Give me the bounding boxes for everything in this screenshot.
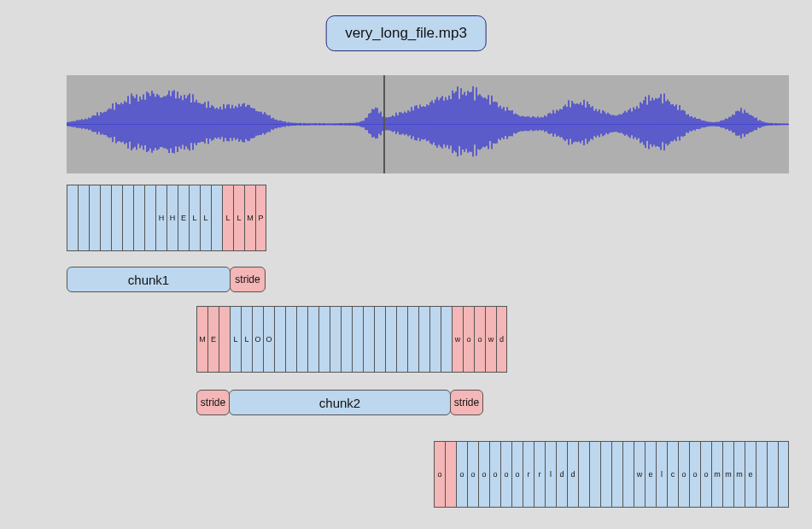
stride-label: stride [196, 390, 230, 415]
token-cell: o [511, 441, 523, 508]
token-cell [418, 306, 429, 373]
token-cell: L [222, 185, 233, 251]
token-cell: L [189, 185, 200, 251]
token-cell [363, 306, 374, 373]
token-cell [396, 306, 407, 373]
token-cell [600, 441, 611, 508]
token-cell: e [645, 441, 656, 508]
token-cell [778, 441, 789, 508]
token-cell: m [711, 441, 722, 508]
chunk2-label: chunk2 [229, 390, 451, 415]
token-cell [318, 306, 330, 373]
waveform-track [67, 75, 789, 173]
token-cell: o [467, 441, 478, 508]
token-cell [578, 441, 589, 508]
waveform-divider [383, 75, 385, 173]
waveform-svg [67, 75, 789, 173]
chunk1-token-row: HHELLLLMP [67, 185, 266, 251]
token-cell [611, 441, 622, 508]
token-cell: e [745, 441, 756, 508]
token-cell: w [452, 306, 463, 373]
token-cell: L [200, 185, 211, 251]
token-cell [445, 441, 456, 508]
token-cell [341, 306, 352, 373]
token-cell: d [556, 441, 567, 508]
token-cell [78, 185, 89, 251]
token-cell: L [241, 306, 252, 373]
token-cell [219, 306, 230, 373]
token-cell: r [534, 441, 545, 508]
token-cell: o [678, 441, 689, 508]
token-cell [100, 185, 111, 251]
token-cell: o [700, 441, 711, 508]
token-cell [756, 441, 767, 508]
token-cell: L [230, 306, 241, 373]
token-cell: E [178, 185, 189, 251]
token-cell: H [155, 185, 166, 251]
token-cell [441, 306, 452, 373]
stride-label: stride [230, 267, 266, 292]
token-cell: w [634, 441, 645, 508]
token-cell [385, 306, 396, 373]
token-cell [429, 306, 441, 373]
token-cell: M [196, 306, 207, 373]
token-cell [374, 306, 385, 373]
token-cell [285, 306, 296, 373]
token-cell [352, 306, 363, 373]
token-cell [622, 441, 634, 508]
token-cell: m [733, 441, 745, 508]
chunk2-token-row: MELLOOwoowd [196, 306, 507, 373]
token-cell: w [485, 306, 496, 373]
token-cell [274, 306, 285, 373]
file-name-badge: very_long_file.mp3 [325, 15, 487, 51]
token-cell [407, 306, 418, 373]
token-cell: o [463, 306, 474, 373]
file-name-text: very_long_file.mp3 [345, 25, 467, 41]
token-cell [144, 185, 155, 251]
token-cell: M [244, 185, 255, 251]
token-cell [296, 306, 307, 373]
token-cell [67, 185, 78, 251]
token-cell: L [233, 185, 244, 251]
token-cell: d [496, 306, 507, 373]
token-cell [211, 185, 222, 251]
token-cell [133, 185, 144, 251]
token-cell [767, 441, 778, 508]
chunk1-label: chunk1 [67, 267, 231, 292]
token-cell: o [689, 441, 700, 508]
token-cell: c [667, 441, 678, 508]
token-cell: H [166, 185, 178, 251]
token-cell: O [252, 306, 263, 373]
chunk3-token-row: ooooooorrlddwelcooommme [434, 441, 789, 508]
stride-label: stride [450, 390, 483, 415]
token-cell: o [489, 441, 500, 508]
token-cell: l [656, 441, 667, 508]
token-cell [330, 306, 341, 373]
token-cell: o [456, 441, 467, 508]
token-cell: P [255, 185, 266, 251]
token-cell [122, 185, 133, 251]
token-cell: E [207, 306, 219, 373]
token-cell: O [263, 306, 274, 373]
chunk1-label-row: chunk1stride [67, 267, 266, 292]
token-cell: r [523, 441, 534, 508]
token-cell: o [434, 441, 445, 508]
token-cell: o [500, 441, 511, 508]
token-cell: d [567, 441, 578, 508]
token-cell: o [478, 441, 489, 508]
token-cell: m [722, 441, 733, 508]
token-cell [307, 306, 318, 373]
chunk2-label-row: stridechunk2stride [196, 390, 483, 415]
token-cell [589, 441, 600, 508]
token-cell [111, 185, 122, 251]
token-cell: o [474, 306, 485, 373]
token-cell [89, 185, 100, 251]
token-cell: l [545, 441, 556, 508]
